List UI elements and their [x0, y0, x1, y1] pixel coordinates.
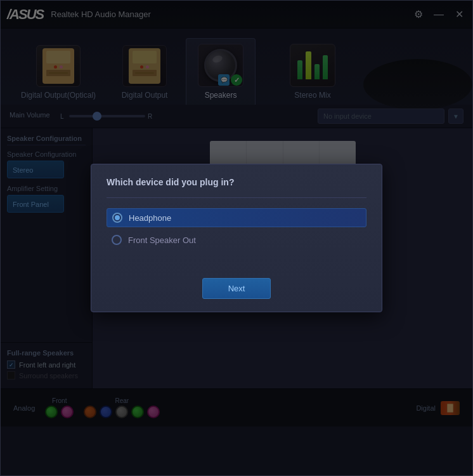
modal-divider: [107, 197, 366, 198]
modal-question: Which device did you plug in?: [107, 177, 366, 187]
next-button[interactable]: Next: [202, 278, 271, 299]
modal-body: Which device did you plug in? Headphone …: [91, 164, 382, 268]
plug-in-modal: Which device did you plug in? Headphone …: [91, 164, 382, 312]
radio-label-front-speaker: Front Speaker Out: [128, 235, 196, 245]
main-window: /ASUS Realtek HD Audio Manager ⚙ — ✕: [0, 0, 473, 476]
radio-btn-front-speaker: [112, 235, 122, 245]
radio-label-headphone: Headphone: [129, 213, 171, 223]
radio-front-speaker[interactable]: Front Speaker Out: [107, 231, 366, 249]
modal-overlay: Which device did you plug in? Headphone …: [1, 1, 472, 475]
modal-footer: Next: [91, 268, 382, 312]
radio-headphone[interactable]: Headphone: [107, 208, 366, 227]
radio-btn-headphone: [112, 213, 122, 223]
